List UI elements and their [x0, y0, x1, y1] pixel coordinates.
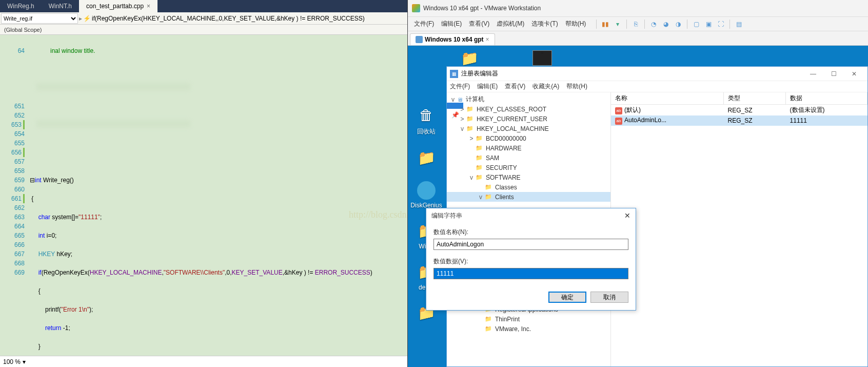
- folder-icon: 📁: [466, 106, 474, 112]
- diskgenius-icon[interactable]: DiskGenius: [410, 181, 443, 209]
- edit-string-dialog: 编辑字符串 ✕ 数值名称(N): 数值数据(V): 确定 取消: [426, 208, 636, 311]
- chevron-right-icon: ▸: [79, 15, 82, 22]
- lightning-icon: ⚡: [83, 15, 91, 22]
- display-icon[interactable]: ⛶: [715, 18, 726, 30]
- back-icon[interactable]: ←: [487, 171, 493, 178]
- minimize-icon[interactable]: —: [803, 70, 823, 78]
- menu-file[interactable]: 文件(F): [411, 20, 437, 28]
- vs-global-scope[interactable]: (Global Scope): [0, 25, 407, 35]
- tree-node[interactable]: >📁BCD00000000: [447, 133, 610, 143]
- send-icon[interactable]: ⎘: [630, 18, 641, 30]
- expand-icon[interactable]: v: [450, 96, 456, 103]
- vs-tab-winnt[interactable]: WinNT.h: [42, 0, 79, 12]
- forward-icon[interactable]: →: [498, 171, 504, 178]
- snapshot2-icon[interactable]: ◕: [660, 18, 672, 30]
- fullscreen-icon[interactable]: ▢: [691, 18, 702, 30]
- close-icon[interactable]: ×: [486, 36, 489, 43]
- maximize-icon[interactable]: ☐: [823, 70, 844, 78]
- expand-icon[interactable]: >: [468, 135, 475, 142]
- tree-node[interactable]: v🖥计算机: [447, 94, 610, 104]
- pause-icon[interactable]: ▮▮: [600, 18, 611, 30]
- tree-label: Classes: [495, 184, 517, 191]
- snapshot3-icon[interactable]: ◑: [673, 18, 684, 30]
- tree-node[interactable]: 📁HARDWARE: [447, 143, 610, 153]
- vs-scope-dropdown[interactable]: Write_reg.if: [1, 13, 78, 24]
- tree-label: SECURITY: [486, 164, 517, 171]
- vs-editor[interactable]: 64 651652653654655 656657658659660 66166…: [0, 35, 407, 356]
- cancel-button[interactable]: 取消: [590, 292, 628, 303]
- menu-help[interactable]: 帮助(H): [562, 20, 589, 28]
- folder-icon: 📁: [485, 325, 492, 332]
- tree-node[interactable]: 📁VMware, Inc.: [447, 324, 610, 334]
- vm-desktop[interactable]: 回收站 DiskGenius WinH demo 📌 固定到 速访 ▦ 注册表编…: [408, 46, 868, 367]
- vs-breadcrumb[interactable]: if(RegOpenKeyEx(HKEY_LOCAL_MACHINE,,0,KE…: [92, 15, 406, 22]
- tree-label: Clients: [495, 194, 514, 201]
- close-icon[interactable]: ✕: [844, 70, 864, 78]
- tree-node[interactable]: v📁SOFTWARE: [447, 172, 610, 182]
- regedit-menu-help[interactable]: 帮助(H): [566, 82, 587, 91]
- vs-code-area[interactable]: inal window title. ⊟int Write_reg() { ch…: [28, 35, 407, 356]
- tree-node[interactable]: >📁HKEY_CURRENT_USER: [447, 114, 610, 124]
- vm-tab[interactable]: Windows 10 x64 gpt ×: [410, 33, 495, 45]
- value-data-input[interactable]: [433, 268, 628, 279]
- col-name[interactable]: 名称: [611, 92, 724, 105]
- menu-edit[interactable]: 编辑(E): [438, 20, 465, 28]
- menu-tabs[interactable]: 选项卡(T): [528, 20, 561, 28]
- table-row[interactable]: abAutoAdminLo...REG_SZ11111: [611, 115, 867, 126]
- regedit-menu-edit[interactable]: 编辑(E): [477, 82, 498, 91]
- vs-tab-winreg[interactable]: WinReg.h: [0, 0, 42, 12]
- chevron-down-icon[interactable]: ▾: [23, 358, 26, 365]
- folder-icon: 📁: [476, 154, 483, 161]
- vm-guest-tabs: Windows 10 x64 gpt ×: [408, 31, 868, 46]
- tree-node[interactable]: 📁Classes: [447, 182, 610, 192]
- vs-nav-bar: Write_reg.if ▸ ⚡ if(RegOpenKeyEx(HKEY_LO…: [0, 12, 407, 25]
- regedit-menu-view[interactable]: 查看(V): [505, 82, 525, 91]
- col-data[interactable]: 数据: [786, 92, 867, 105]
- regedit-menu-file[interactable]: 文件(F): [450, 82, 470, 91]
- expand-icon[interactable]: v: [478, 194, 484, 201]
- tree-node[interactable]: 📁SAM: [447, 153, 610, 163]
- menu-view[interactable]: 查看(V): [466, 20, 492, 28]
- regedit-title-bar[interactable]: ▦ 注册表编辑器 — ☐ ✕: [447, 67, 867, 81]
- regedit-menu-fav[interactable]: 收藏夹(A): [532, 82, 559, 91]
- dropdown-icon[interactable]: ▾: [612, 18, 623, 30]
- tree-node[interactable]: 📁SECURITY: [447, 163, 610, 172]
- vs-zoom[interactable]: 100 %: [3, 358, 21, 365]
- close-icon[interactable]: ✕: [624, 211, 630, 220]
- vs-tabs: WinReg.h WinNT.h con_test_parttab.cpp ×: [0, 0, 407, 12]
- dialog-title-bar[interactable]: 编辑字符串 ✕: [426, 208, 636, 223]
- value-name-input[interactable]: [433, 239, 628, 250]
- expand-icon[interactable]: v: [468, 174, 475, 181]
- folder-icon: 📁: [476, 145, 483, 151]
- folder-icon: 📁: [476, 164, 483, 171]
- ok-button[interactable]: 确定: [548, 292, 586, 303]
- tree-label: HKEY_CLASSES_ROOT: [477, 106, 546, 113]
- vs-tab-contest[interactable]: con_test_parttab.cpp ×: [79, 0, 157, 12]
- col-type[interactable]: 类型: [724, 92, 786, 105]
- tree-label: HARDWARE: [486, 145, 522, 152]
- table-row[interactable]: ab(默认)REG_SZ(数值未设置): [611, 105, 867, 116]
- tree-node[interactable]: v📁Clients: [447, 192, 610, 202]
- pin-icon[interactable]: 📌: [451, 111, 459, 119]
- library-icon[interactable]: ▤: [733, 18, 744, 30]
- tree-node[interactable]: v📁HKEY_LOCAL_MACHINE: [447, 124, 610, 133]
- tree-node[interactable]: 📁ThinPrint: [447, 314, 610, 324]
- menu-vm[interactable]: 虚拟机(M): [494, 20, 527, 28]
- tree-label: SAM: [486, 154, 499, 162]
- folder-icon: 📁: [466, 125, 474, 132]
- folder-icon[interactable]: [410, 147, 443, 170]
- snapshot-icon[interactable]: ◔: [648, 18, 659, 30]
- folder-icon: 📁: [476, 174, 483, 181]
- regedit-icon: ▦: [450, 70, 458, 78]
- folder-icon: 📁: [466, 115, 474, 122]
- tree-label: BCD00000000: [486, 135, 526, 142]
- value-data-label: 数值数据(V):: [433, 257, 628, 266]
- expand-icon[interactable]: >: [459, 106, 465, 113]
- regedit-list[interactable]: 名称 类型 数据 ab(默认)REG_SZ(数值未设置)abAutoAdminL…: [611, 92, 867, 366]
- tree-node[interactable]: >📁HKEY_CLASSES_ROOT: [447, 104, 610, 114]
- unity-icon[interactable]: ▣: [703, 18, 714, 30]
- string-value-icon: ab: [615, 107, 622, 114]
- string-value-icon: ab: [615, 118, 622, 125]
- close-icon[interactable]: ×: [147, 3, 150, 10]
- recycle-bin[interactable]: 回收站: [410, 105, 443, 136]
